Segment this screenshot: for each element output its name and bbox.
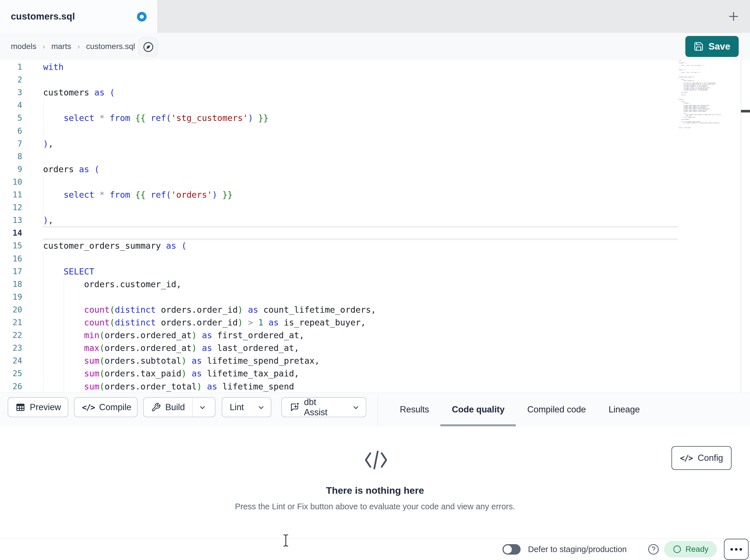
code-line-19[interactable]: 19	[0, 291, 741, 303]
token-keyword: (	[166, 190, 171, 200]
lint-dropdown[interactable]	[251, 398, 271, 417]
token-keyword: as	[243, 305, 258, 315]
build-button[interactable]: Build	[143, 397, 216, 417]
code-line-7[interactable]: 7),	[0, 138, 741, 150]
code-line-14[interactable]: 14	[0, 227, 741, 240]
code-line-22[interactable]: 22 min(orders.ordered_at) as first_order…	[0, 329, 741, 341]
code-line-9[interactable]: 9orders as (	[0, 163, 741, 175]
code-line-18[interactable]: 18 orders.customer_id,	[0, 278, 741, 291]
scrollbar-thumb[interactable]	[741, 110, 750, 112]
code-line-text: ),	[43, 138, 53, 150]
token-keyword: )	[248, 113, 253, 123]
defer-toggle[interactable]	[502, 544, 520, 555]
code-line-24[interactable]: 24 sum(orders.subtotal) as lifetime_spen…	[0, 354, 741, 367]
config-label: Config	[697, 453, 723, 463]
token-bracket: )	[238, 305, 243, 315]
code-line-text: with	[43, 61, 63, 74]
more-options-button[interactable]	[724, 539, 749, 560]
token-identifier: lifetime_tax_paid,	[202, 369, 299, 378]
token-keyword: (	[105, 87, 115, 98]
code-line-15[interactable]: 15customer_orders_summary as (	[0, 240, 741, 252]
indent-guide	[43, 99, 44, 111]
token-bracket: {{	[130, 113, 145, 123]
tab-customers-sql[interactable]: customers.sql	[0, 0, 158, 33]
line-number: 10	[0, 175, 22, 188]
token-keyword: SELECT	[63, 267, 94, 276]
compass-icon	[143, 42, 154, 53]
breadcrumb-item-models[interactable]: models	[11, 42, 36, 51]
tab-results[interactable]: Results	[389, 393, 440, 426]
token-identifier: orders.ordered_at	[105, 343, 192, 353]
code-line-25[interactable]: 25 sum(orders.tax_paid) as lifetime_tax_…	[0, 367, 741, 380]
code-line-8[interactable]: 8	[0, 150, 741, 163]
breadcrumb-item-customers-sql[interactable]: customers.sql	[86, 42, 135, 51]
line-number: 4	[0, 99, 22, 111]
code-line-13[interactable]: 13),	[0, 214, 741, 227]
save-button[interactable]: Save	[685, 36, 739, 57]
token-identifier: is_repeat_buyer,	[279, 317, 366, 328]
token-bracket: )	[192, 330, 197, 340]
breadcrumb: models›marts›customers.sql	[11, 33, 135, 60]
token-identifier: orders.customer_id,	[43, 279, 181, 289]
line-number: 6	[0, 125, 22, 138]
line-number: 14	[0, 227, 22, 240]
dbt-assist-button[interactable]: dbt Assist	[281, 397, 366, 417]
token-identifier: orders.order_id	[156, 305, 238, 315]
token-string: 'orders'	[171, 190, 212, 200]
token-bracket: (	[100, 330, 105, 340]
line-number: 8	[0, 150, 22, 163]
preview-main[interactable]: Preview	[8, 398, 68, 417]
dbt-assist-main[interactable]: dbt Assist	[282, 398, 346, 417]
code-line-23[interactable]: 23 max(orders.ordered_at) as last_ordere…	[0, 341, 741, 354]
line-number: 21	[0, 316, 22, 329]
token-identifier: orders.tax_paid	[105, 369, 181, 378]
code-line-10[interactable]: 10	[0, 175, 741, 188]
code-editor[interactable]: 1with23customers as (45 select * from {{…	[0, 60, 750, 393]
build-dropdown[interactable]	[193, 398, 212, 417]
token-bracket: }}	[253, 113, 269, 123]
new-tab-button[interactable]	[725, 8, 742, 25]
token-keyword: as	[161, 241, 176, 251]
minimap[interactable]: with customers as ( select * from {{ ref…	[679, 60, 721, 129]
code-line-3[interactable]: 3customers as (	[0, 86, 741, 99]
minimap-line: on customers.customer_id = customer_orde…	[679, 122, 721, 124]
lint-main[interactable]: Lint	[222, 398, 251, 417]
compile-main[interactable]: </>Compile	[75, 398, 139, 417]
floppy-disk-icon	[694, 41, 704, 51]
code-line-17[interactable]: 17 SELECT	[0, 265, 741, 278]
code-line-12[interactable]: 12	[0, 201, 741, 214]
dbt-assist-dropdown[interactable]	[346, 398, 366, 417]
token-identifier	[43, 369, 84, 378]
config-button[interactable]: </> Config	[671, 446, 732, 470]
code-line-5[interactable]: 5 select * from {{ ref('stg_customers') …	[0, 111, 741, 124]
code-line-text: select * from {{ ref('orders') }}	[43, 188, 233, 201]
lint-button[interactable]: Lint	[222, 397, 271, 417]
code-line-21[interactable]: 21 count(distinct orders.order_id) > 1 a…	[0, 316, 741, 329]
help-icon[interactable]	[648, 544, 659, 555]
code-line-16[interactable]: 16	[0, 252, 741, 265]
token-function: sum	[84, 356, 100, 366]
code-line-1[interactable]: 1with	[0, 61, 741, 74]
token-operator: >	[243, 317, 253, 328]
plus-icon	[727, 10, 740, 23]
token-keyword: (	[89, 164, 100, 174]
tab-lineage[interactable]: Lineage	[597, 393, 651, 426]
token-identifier	[43, 381, 84, 392]
tab-code-quality[interactable]: Code quality	[440, 393, 516, 426]
code-line-11[interactable]: 11 select * from {{ ref('orders') }}	[0, 188, 741, 201]
code-line-20[interactable]: 20 count(distinct orders.order_id) as co…	[0, 303, 741, 316]
code-line-4[interactable]: 4	[0, 99, 741, 111]
token-identifier: ,	[48, 215, 53, 225]
preview-button[interactable]: Preview	[8, 397, 68, 417]
code-line-6[interactable]: 6	[0, 125, 741, 138]
breadcrumb-item-marts[interactable]: marts	[51, 42, 71, 51]
code-line-2[interactable]: 2	[0, 74, 741, 86]
code-line-26[interactable]: 26 sum(orders.order_total) as lifetime_s…	[0, 380, 741, 393]
tab-compiled-code[interactable]: Compiled code	[516, 393, 597, 426]
line-number: 17	[0, 265, 22, 278]
line-number: 16	[0, 252, 22, 265]
navigate-button[interactable]	[139, 38, 158, 56]
build-main[interactable]: Build	[144, 398, 192, 417]
status-badge[interactable]: Ready	[664, 541, 717, 557]
compile-button[interactable]: </>Compile	[74, 397, 138, 417]
